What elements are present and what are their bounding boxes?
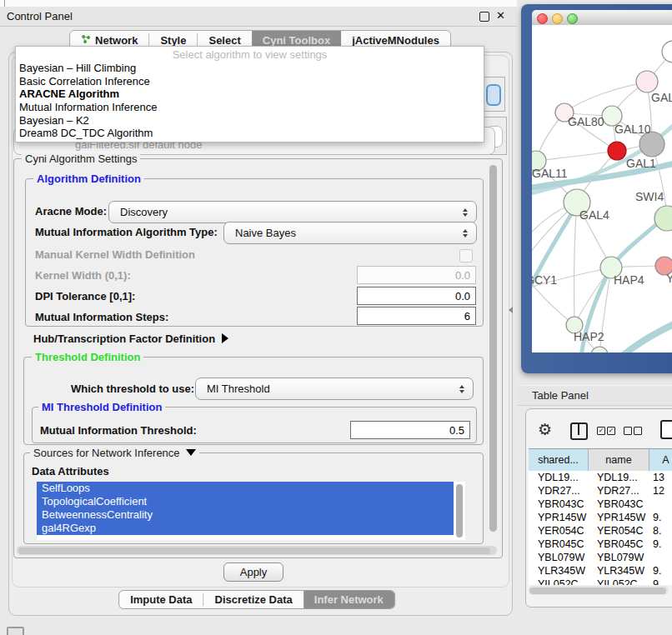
select-all-icon[interactable]: ✓	[597, 427, 605, 435]
splitter-collapse-icon[interactable]	[509, 307, 513, 313]
table-cell: YBR045C	[529, 538, 589, 551]
table-cell: YBL079W	[529, 551, 589, 564]
network-window-titlebar[interactable]	[532, 10, 672, 26]
app-root: Control Panel ✕ Network Style Select Cyn…	[0, 0, 672, 635]
table-row[interactable]: YBL079WYBL079W	[529, 551, 672, 564]
table-panel-titlebar: Table Panel	[517, 385, 672, 406]
tab-infer-network[interactable]: Infer Network	[303, 591, 394, 608]
apply-button[interactable]: Apply	[223, 562, 283, 582]
network-node[interactable]	[636, 71, 658, 92]
kernel-width-label: Kernel Width (0,1):	[35, 269, 131, 282]
cyni-settings-title: Cyni Algorithm Settings	[22, 153, 140, 164]
algorithm-option[interactable]: Bayesian – K2	[16, 114, 484, 128]
algorithm-option[interactable]: Dream8 DC_TDC Algorithm	[16, 127, 484, 140]
network-node[interactable]	[591, 347, 608, 352]
attribute-item[interactable]: gal4RGexp	[37, 522, 454, 535]
corner-widget-icon[interactable]	[7, 627, 24, 635]
mi-type-select[interactable]: Naive Bayes	[223, 222, 477, 244]
node-label: Y	[666, 272, 672, 285]
attribute-item[interactable]: SelfLoops	[37, 482, 454, 495]
table-row[interactable]: YIL052CYIL052C9	[529, 578, 672, 585]
which-threshold-value: MI Threshold	[196, 382, 454, 395]
hub-definition-label: Hub/Transcription Factor Definition	[33, 332, 215, 345]
table-row[interactable]: YBR043CYBR043C	[529, 498, 672, 511]
select-all-icon[interactable]: ✓	[607, 427, 615, 435]
stepper-icon	[454, 385, 473, 393]
network-svg: GALGAL80GAL10GAL1GAL11SWI4GAL4GCY1HAP4YH…	[532, 25, 672, 352]
aracne-mode-value: Discovery	[109, 206, 458, 218]
table-row[interactable]: YBR045CYBR045C9.	[529, 538, 672, 551]
algorithm-option[interactable]: Mutual Information Inference	[16, 101, 484, 114]
which-threshold-select[interactable]: MI Threshold	[195, 378, 474, 400]
table-cell: YDL19...	[529, 471, 589, 484]
algorithm-definition-title: Algorithm Definition	[33, 173, 144, 184]
column-header-partial[interactable]: A	[649, 449, 672, 471]
node-label: GAL10	[614, 122, 651, 136]
table-cell: YIL052C	[529, 578, 589, 585]
network-node[interactable]	[608, 142, 626, 160]
manual-kernel-checkbox[interactable]	[459, 249, 473, 262]
close-traffic-light[interactable]	[537, 13, 548, 24]
tab-label: Network	[95, 34, 138, 47]
network-canvas[interactable]: GALGAL80GAL10GAL1GAL11SWI4GAL4GCY1HAP4YH…	[532, 25, 672, 352]
hub-definition-toggle[interactable]: Hub/Transcription Factor Definition	[33, 332, 228, 345]
columns-icon[interactable]	[570, 422, 588, 440]
table-cell: 13	[649, 471, 672, 484]
divider	[4, 0, 5, 7]
table-cell: YER054C	[529, 524, 589, 538]
deselect-all-icon[interactable]	[624, 427, 632, 435]
deselect-all-icon[interactable]	[634, 427, 642, 435]
settings-vertical-scrollbar[interactable]	[489, 163, 499, 548]
zoom-traffic-light[interactable]	[567, 13, 578, 24]
mi-threshold-input[interactable]	[350, 421, 470, 439]
table-cell: YBL079W	[589, 551, 649, 564]
table-row[interactable]: YDR27...YDR27...12	[529, 484, 672, 498]
function-builder-icon[interactable]	[660, 420, 672, 439]
close-icon[interactable]: ✕	[496, 9, 505, 22]
table-cell	[649, 551, 672, 564]
algorithm-option[interactable]: Basic Correlation Inference	[16, 75, 484, 88]
network-node[interactable]	[662, 41, 672, 62]
node-label: GAL	[651, 91, 672, 104]
table-cell: 9.	[649, 564, 672, 578]
which-threshold-label: Which threshold to use:	[71, 382, 194, 395]
table-body: YDL19...YDL19...13YDR27...YDR27...12YBR0…	[529, 471, 672, 585]
network-node[interactable]	[654, 206, 672, 231]
table-cell: YDR27...	[589, 484, 649, 498]
table-row[interactable]: YDL19...YDL19...13	[529, 471, 672, 484]
tab-impute-data[interactable]: Impute Data	[119, 591, 203, 608]
column-header-name[interactable]: name	[589, 449, 649, 471]
tab-discretize-data[interactable]: Discretize Data	[204, 591, 303, 608]
attributes-scrollbar[interactable]	[455, 483, 464, 540]
settings-horizontal-scrollbar[interactable]	[17, 546, 497, 555]
collapsed-arrow-icon	[222, 333, 228, 343]
node-label: HAP4	[614, 273, 644, 287]
table-horizontal-scrollbar[interactable]	[529, 586, 669, 595]
algorithm-option[interactable]: ARACNE Algorithm	[16, 88, 484, 101]
table-row[interactable]: YPR145WYPR145W9.	[529, 511, 672, 524]
dpi-tolerance-label: DPI Tolerance [0,1]:	[35, 290, 135, 302]
kernel-width-input[interactable]	[357, 266, 476, 284]
obscured-combo-fragment	[482, 77, 505, 112]
algorithm-dropdown: Select algorithm to view settings Bayesi…	[15, 46, 484, 142]
tab-label: Select	[208, 34, 240, 47]
algorithm-list: Bayesian – Hill ClimbingBasic Correlatio…	[16, 62, 484, 140]
attribute-item[interactable]: TopologicalCoefficient	[37, 495, 454, 508]
float-window-icon[interactable]	[479, 12, 489, 22]
algorithm-option[interactable]: Bayesian – Hill Climbing	[16, 62, 484, 75]
sources-toggle[interactable]: Sources for Network Inference	[30, 448, 199, 458]
tab-label: jActiveMNodules	[352, 34, 439, 47]
table-row[interactable]: YLR345WYLR345W9.	[529, 564, 672, 578]
attribute-item[interactable]: BetweennessCentrality	[37, 508, 454, 522]
mi-steps-input[interactable]	[357, 307, 476, 325]
table-cell: YBR043C	[589, 498, 649, 511]
aracne-mode-select[interactable]: Discovery	[108, 201, 477, 223]
gear-icon[interactable]: ⚙	[538, 420, 552, 439]
node-label: GAL1	[626, 157, 656, 170]
minimize-traffic-light[interactable]	[552, 13, 563, 24]
dpi-tolerance-input[interactable]	[357, 287, 476, 305]
table-cell: YIL052C	[589, 578, 649, 585]
column-header-shared-name[interactable]: shared...	[529, 449, 589, 471]
table-row[interactable]: YER054CYER054C8.	[529, 524, 672, 538]
table-header: shared... name A	[529, 448, 672, 472]
